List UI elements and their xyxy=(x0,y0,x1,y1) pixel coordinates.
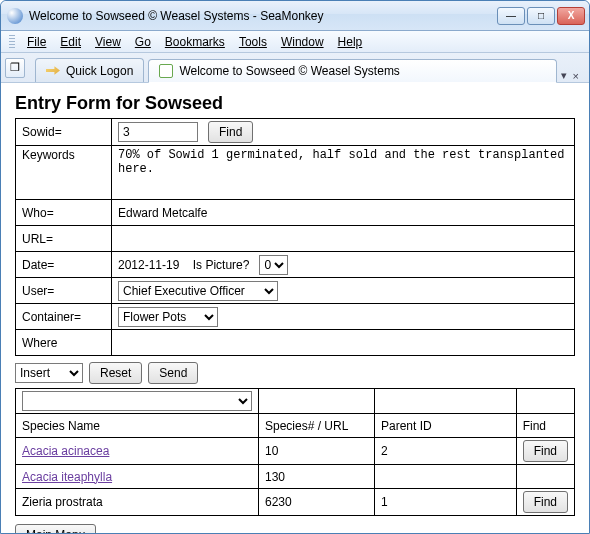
where-value xyxy=(112,330,575,356)
parent-id xyxy=(375,465,517,489)
menu-file[interactable]: File xyxy=(21,33,52,51)
label-who: Who= xyxy=(16,200,112,226)
row-find-button[interactable]: Find xyxy=(523,440,568,462)
species-link[interactable]: Acacia iteaphylla xyxy=(22,470,112,484)
sowid-input[interactable] xyxy=(118,122,198,142)
reset-button[interactable]: Reset xyxy=(89,362,142,384)
col-species-num: Species# / URL xyxy=(259,414,375,438)
species-num: 10 xyxy=(259,438,375,465)
cell-date: 2012-11-19 Is Picture? 0 xyxy=(112,252,575,278)
document-icon xyxy=(159,64,173,78)
menu-go-label: Go xyxy=(135,35,151,49)
table-row: Acacia iteaphylla130 xyxy=(16,465,575,489)
col-parent-id: Parent ID xyxy=(375,414,517,438)
parent-id: 1 xyxy=(375,489,517,516)
app-window: Welcome to Sowseed © Weasel Systems - Se… xyxy=(0,0,590,534)
species-name: Zieria prostrata xyxy=(16,489,259,516)
menubar: File Edit View Go Bookmarks Tools Window… xyxy=(1,31,589,53)
label-user: User= xyxy=(16,278,112,304)
tab-close-button[interactable]: × xyxy=(573,70,579,82)
species-link[interactable]: Acacia acinacea xyxy=(22,444,109,458)
date-value: 2012-11-19 xyxy=(118,258,179,272)
species-num: 130 xyxy=(259,465,375,489)
label-where: Where xyxy=(16,330,112,356)
keywords-value: 70% of Sowid 1 germinated, half sold and… xyxy=(112,146,575,200)
new-tab-button[interactable]: ❐ xyxy=(5,58,25,78)
menu-edit[interactable]: Edit xyxy=(54,33,87,51)
menu-view[interactable]: View xyxy=(89,33,127,51)
parent-id: 2 xyxy=(375,438,517,465)
find-cell: Find xyxy=(516,438,574,465)
main-menu-button[interactable]: Main Menu xyxy=(15,524,96,533)
grid-header-row: Species Name Species# / URL Parent ID Fi… xyxy=(16,414,575,438)
menu-file-label: File xyxy=(27,35,46,49)
minimize-button[interactable]: — xyxy=(497,7,525,25)
tabbar: ❐ Quick Logon Welcome to Sowseed © Wease… xyxy=(1,53,589,83)
label-keywords: Keywords xyxy=(16,146,112,200)
find-button[interactable]: Find xyxy=(208,121,253,143)
menu-window[interactable]: Window xyxy=(275,33,330,51)
window-title: Welcome to Sowseed © Weasel Systems - Se… xyxy=(29,9,497,23)
container-select[interactable]: Flower Pots xyxy=(118,307,218,327)
row-find-button[interactable]: Find xyxy=(523,491,568,513)
tab-dropdown-icon[interactable]: ▾ xyxy=(561,69,567,82)
maximize-button[interactable]: □ xyxy=(527,7,555,25)
col-species-name: Species Name xyxy=(16,414,259,438)
menu-window-label: Window xyxy=(281,35,324,49)
label-container: Container= xyxy=(16,304,112,330)
label-date: Date= xyxy=(16,252,112,278)
close-button[interactable]: X xyxy=(557,7,585,25)
is-picture-select[interactable]: 0 xyxy=(259,255,288,275)
user-select[interactable]: Chief Executive Officer xyxy=(118,281,278,301)
species-num: 6230 xyxy=(259,489,375,516)
menubar-grip-icon xyxy=(9,35,15,49)
label-url: URL= xyxy=(16,226,112,252)
col-find: Find xyxy=(516,414,574,438)
content-area: Entry Form for Sowseed Sowid= Find Keywo… xyxy=(1,83,589,533)
menu-tools[interactable]: Tools xyxy=(233,33,273,51)
who-value: Edward Metcalfe xyxy=(112,200,575,226)
action-row: Insert Reset Send xyxy=(15,362,575,384)
insert-select[interactable]: Insert xyxy=(15,363,83,383)
tab-quick-logon-label: Quick Logon xyxy=(66,64,133,78)
menu-bookmarks-label: Bookmarks xyxy=(165,35,225,49)
tab-quick-logon[interactable]: Quick Logon xyxy=(35,58,144,82)
menu-go[interactable]: Go xyxy=(129,33,157,51)
cell-sowid: Find xyxy=(112,119,575,146)
label-is-picture: Is Picture? xyxy=(193,258,250,272)
menu-tools-label: Tools xyxy=(239,35,267,49)
page-title: Entry Form for Sowseed xyxy=(15,93,575,114)
find-cell: Find xyxy=(516,489,574,516)
menu-help-label: Help xyxy=(338,35,363,49)
send-button[interactable]: Send xyxy=(148,362,198,384)
entry-form: Sowid= Find Keywords 70% of Sowid 1 germ… xyxy=(15,118,575,356)
grid-filter-row xyxy=(16,389,575,414)
table-row: Acacia acinacea102Find xyxy=(16,438,575,465)
tab-welcome[interactable]: Welcome to Sowseed © Weasel Systems xyxy=(148,59,556,83)
url-value xyxy=(112,226,575,252)
app-icon xyxy=(7,8,23,24)
titlebar[interactable]: Welcome to Sowseed © Weasel Systems - Se… xyxy=(1,1,589,31)
window-controls: — □ X xyxy=(497,7,585,25)
key-icon xyxy=(46,64,60,78)
menu-help[interactable]: Help xyxy=(332,33,369,51)
tab-welcome-label: Welcome to Sowseed © Weasel Systems xyxy=(179,64,399,78)
menu-bookmarks[interactable]: Bookmarks xyxy=(159,33,231,51)
species-filter-select[interactable] xyxy=(22,391,252,411)
table-row: Zieria prostrata62301Find xyxy=(16,489,575,516)
find-cell xyxy=(516,465,574,489)
menu-view-label: View xyxy=(95,35,121,49)
species-grid: Species Name Species# / URL Parent ID Fi… xyxy=(15,388,575,516)
label-sowid: Sowid= xyxy=(16,119,112,146)
menu-edit-label: Edit xyxy=(60,35,81,49)
